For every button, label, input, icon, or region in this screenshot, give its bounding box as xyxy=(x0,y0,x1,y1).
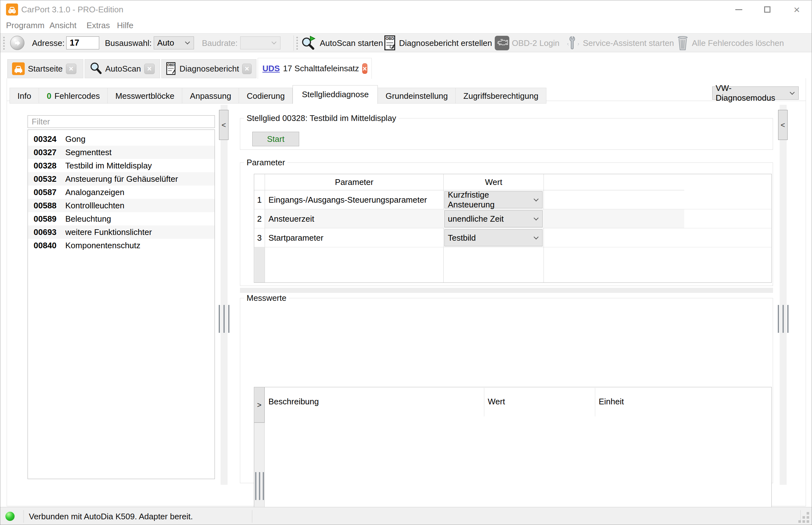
bus-select[interactable]: Auto xyxy=(154,36,194,49)
tab-label: Startseite xyxy=(28,64,63,74)
list-item[interactable]: 00328Testbild im Mitteldisplay xyxy=(28,159,215,172)
baud-select xyxy=(240,36,280,49)
statusbar-separator xyxy=(800,510,801,523)
column-header-wert: Wert xyxy=(444,174,543,190)
tab-uds-schalttafeleinsatz[interactable]: UDS 17 Schalttafeleinsatz × xyxy=(258,58,372,79)
menu-extras[interactable]: Extras xyxy=(87,20,110,30)
splitter-handle[interactable] xyxy=(255,472,264,500)
column-header-einheit: Einheit xyxy=(599,387,624,416)
subtab-messwertbloecke[interactable]: Messwertblöcke xyxy=(108,88,182,104)
expand-panel-button[interactable]: > xyxy=(254,387,265,423)
actuator-label: Segmenttest xyxy=(65,148,112,158)
row-number: 3 xyxy=(254,228,265,247)
subtab-zugriffsberechtigung[interactable]: Zugriffsberechtigung xyxy=(456,88,547,104)
subtab-stellglieddiagnose[interactable]: Stellglieddiagnose xyxy=(292,85,378,104)
list-item[interactable]: 00324Gong xyxy=(28,132,215,146)
subtab-info[interactable]: Info xyxy=(10,88,39,104)
parameter-name: Ansteuerzeit xyxy=(269,209,315,228)
chevron-down-icon xyxy=(534,196,539,201)
parameter-name: Startparameter xyxy=(269,228,323,247)
minimize-button[interactable] xyxy=(729,0,749,19)
arrow-right-icon xyxy=(13,39,21,47)
engine-icon xyxy=(495,36,509,50)
parameter-value-select[interactable]: unendliche Zeit xyxy=(444,210,542,227)
list-item[interactable]: 00587Analoganzeigen xyxy=(28,185,215,199)
grid-line xyxy=(254,228,771,228)
tab-close-icon[interactable]: × xyxy=(242,64,252,74)
parameter-value-select[interactable]: Testbild xyxy=(444,229,542,246)
maximize-button[interactable] xyxy=(757,0,778,19)
maximize-icon xyxy=(764,6,770,13)
list-item[interactable]: 00693weitere Funktionslichter xyxy=(28,225,215,239)
close-button[interactable]: × xyxy=(787,0,807,19)
list-item[interactable]: 00589Beleuchtung xyxy=(28,212,215,225)
tab-diagnosebericht[interactable]: OBD Diagnosebericht × xyxy=(161,59,257,78)
grid-line xyxy=(265,174,265,283)
magnifier-icon xyxy=(89,62,102,76)
tab-startseite[interactable]: Startseite × xyxy=(7,59,83,78)
menu-programm[interactable]: Programm xyxy=(6,20,44,30)
splitter-handle[interactable] xyxy=(778,305,788,333)
list-item[interactable]: 00327Segmenttest xyxy=(28,146,215,159)
main-tab-bar: Startseite × AutoScan × OBD Diagnoseberi… xyxy=(0,58,812,78)
actuator-code: 00587 xyxy=(33,188,65,197)
grid-gutter xyxy=(255,247,265,283)
collapse-right-panel-button[interactable]: < xyxy=(778,110,787,140)
svg-text:OBD: OBD xyxy=(386,36,394,41)
column-header-parameter: Parameter xyxy=(265,174,444,190)
toolbar-drag-handle[interactable] xyxy=(3,36,5,50)
create-report-button[interactable]: OBD Diagnosebericht erstellen xyxy=(384,35,492,51)
tab-close-icon[interactable]: × xyxy=(66,64,76,74)
actuator-code: 00840 xyxy=(33,241,65,251)
parameter-value-select[interactable]: Kurzfristige Ansteuerung xyxy=(444,191,542,208)
svg-text:OBD: OBD xyxy=(167,63,174,67)
bus-value: Auto xyxy=(154,38,186,48)
tab-autoscan[interactable]: AutoScan × xyxy=(85,59,160,78)
subtab-anpassung[interactable]: Anpassung xyxy=(182,88,239,104)
menu-ansicht[interactable]: Ansicht xyxy=(49,20,76,30)
uds-badge: UDS xyxy=(262,64,280,73)
diagnose-mode-value: VW-Diagnosemodus xyxy=(712,83,791,103)
subtab-label: Stellglieddiagnose xyxy=(302,90,368,99)
resize-grip[interactable] xyxy=(807,520,809,523)
splitter-handle[interactable] xyxy=(219,305,230,333)
statusbar-separator xyxy=(24,510,24,523)
subtab-codierung[interactable]: Codierung xyxy=(239,88,292,104)
chevron-down-icon xyxy=(534,234,539,239)
diagnose-mode-select[interactable]: VW-Diagnosemodus xyxy=(712,87,799,100)
actuator-code: 00589 xyxy=(33,214,65,224)
address-input[interactable] xyxy=(66,36,99,49)
collapse-left-panel-button[interactable]: < xyxy=(219,110,229,140)
subtab-fehlercodes[interactable]: 0Fehlercodes xyxy=(39,88,108,104)
actuator-label: Komponentenschutz xyxy=(65,241,141,251)
go-button[interactable] xyxy=(10,36,25,50)
grid-line xyxy=(543,174,544,283)
tab-close-icon[interactable]: × xyxy=(144,64,155,74)
parameter-value: unendliche Zeit xyxy=(445,214,534,224)
start-button[interactable]: Start xyxy=(252,132,299,146)
list-item[interactable]: 00588Kontrollleuchten xyxy=(28,199,215,212)
car-icon xyxy=(6,3,18,16)
list-item[interactable]: 00532Ansteuerung für Gehäuselüfter xyxy=(28,172,215,185)
app-window: CarPort 3.1.0 - PRO-Edition × Programm A… xyxy=(0,0,812,525)
parameter-table: Parameter Wert 1 Eingangs-/Ausgangs-Steu… xyxy=(254,174,772,283)
menu-hilfe[interactable]: Hilfe xyxy=(117,20,133,30)
list-item[interactable]: 00840Komponentenschutz xyxy=(28,239,215,252)
tab-close-icon[interactable]: × xyxy=(362,63,367,74)
actuator-label: Beleuchtung xyxy=(65,214,111,224)
window-title: CarPort 3.1.0 - PRO-Edition xyxy=(21,5,123,15)
bus-label: Busauswahl: xyxy=(105,38,151,48)
horizontal-splitter[interactable] xyxy=(240,288,773,293)
row-number: 2 xyxy=(254,209,265,228)
toolbar-drag-handle[interactable] xyxy=(296,36,298,50)
filter-input[interactable] xyxy=(28,115,215,128)
baud-label: Baudrate: xyxy=(202,38,238,48)
actuator-code: 00328 xyxy=(33,161,65,171)
chevron-down-icon xyxy=(534,215,539,220)
parameter-value: Kurzfristige Ansteuerung xyxy=(445,190,534,210)
autoscan-start-button[interactable]: AutoScan starten xyxy=(301,35,383,51)
subtab-grundeinstellung[interactable]: Grundeinstellung xyxy=(378,88,456,104)
grid-line xyxy=(595,388,595,416)
parameter-value: Testbild xyxy=(445,233,534,243)
splitter-track xyxy=(780,105,787,485)
